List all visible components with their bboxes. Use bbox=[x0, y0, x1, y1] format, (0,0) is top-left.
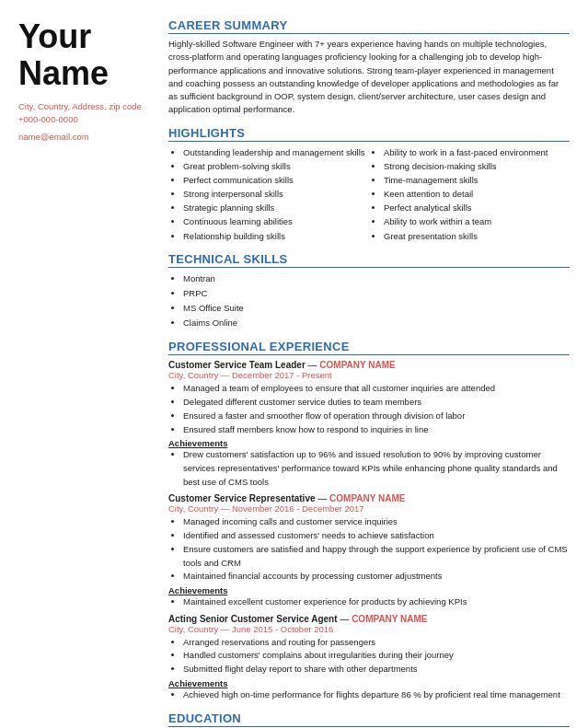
list-item: Time-management skills bbox=[384, 173, 570, 187]
technical-skills-list: MontranPRPCMS Office SuiteClaims Online bbox=[168, 272, 570, 331]
list-item: Submitted flight delay report to share w… bbox=[183, 663, 570, 676]
list-item: Montran bbox=[183, 272, 570, 286]
list-item: Relationship building skills bbox=[183, 229, 369, 243]
job-location-line: City, Country — June 2015 - October 2016 bbox=[168, 624, 570, 634]
list-item: Maintained excellent customer experience… bbox=[183, 595, 570, 609]
job-bullets: Managed a team of employees to ensure th… bbox=[168, 382, 570, 436]
last-name: Name bbox=[18, 55, 152, 92]
highlights-title: HIGHLIGHTS bbox=[168, 126, 570, 142]
company-name: COMPANY NAME bbox=[319, 360, 395, 370]
resume-page: Your Name City, Country, Address, zip co… bbox=[0, 0, 588, 728]
list-item: Ability to work in a fast-paced environm… bbox=[384, 145, 570, 159]
list-item: Strong decision-making skills bbox=[384, 159, 570, 173]
list-item: Strategic planning skills bbox=[183, 201, 369, 214]
highlights-left-col: Outstanding leadership and management sk… bbox=[168, 145, 369, 243]
list-item: Managed a team of employees to ensure th… bbox=[183, 382, 570, 396]
professional-experience-title: PROFESSIONAL EXPERIENCE bbox=[168, 340, 570, 355]
list-item: Perfect communication skills bbox=[183, 173, 369, 187]
job-entry: Customer Service Representative — COMPAN… bbox=[168, 493, 570, 608]
technical-skills-section: MontranPRPCMS Office SuiteClaims Online bbox=[168, 272, 570, 331]
highlights-right-list: Ability to work in a fast-paced environm… bbox=[369, 145, 570, 243]
job-bullets: Managed incoming calls and customer serv… bbox=[168, 515, 570, 584]
list-item: MS Office Suite bbox=[183, 301, 570, 316]
achievements-label: Achievements bbox=[168, 585, 570, 595]
list-item: Drew customers' satisfaction up to 96% a… bbox=[183, 448, 570, 489]
company-name: COMPANY NAME bbox=[352, 614, 427, 624]
contact-info: City, Country, Address, zip code +000-00… bbox=[18, 100, 152, 144]
list-item: Ensured a faster and smoother flow of op… bbox=[183, 410, 570, 423]
achievements-list: Maintained excellent customer experience… bbox=[168, 595, 570, 609]
list-item: Outstanding leadership and management sk… bbox=[183, 145, 369, 159]
list-item: PRPC bbox=[183, 286, 570, 301]
achievements-list: Achieved high on-time performance for fl… bbox=[168, 688, 570, 702]
job-title-line: Customer Service Representative — COMPAN… bbox=[168, 493, 570, 503]
list-item: Arranged reservations and routing for pa… bbox=[183, 636, 570, 650]
career-summary-text: Highly-skilled Software Engineer with 7+… bbox=[168, 38, 570, 117]
list-item: Great problem-solving skills bbox=[183, 159, 369, 173]
email: name@email.com bbox=[18, 131, 152, 144]
list-item: Great presentation skills bbox=[384, 229, 570, 243]
list-item: Maintained financial accounts by process… bbox=[183, 570, 570, 584]
phone: +000-000-0000 bbox=[18, 113, 152, 126]
right-column: CAREER SUMMARY Highly-skilled Software E… bbox=[161, 18, 570, 728]
first-name: Your bbox=[18, 18, 152, 55]
list-item: Ensured staff members know how to respon… bbox=[183, 423, 570, 437]
address: City, Country, Address, zip code bbox=[18, 100, 152, 113]
list-item: Claims Online bbox=[183, 316, 570, 330]
list-item: Ability to work within a team bbox=[384, 214, 570, 228]
job-entry: Acting Senior Customer Service Agent — C… bbox=[168, 614, 570, 702]
achievements-label: Achievements bbox=[168, 678, 570, 688]
list-item: Managed incoming calls and customer serv… bbox=[183, 515, 570, 529]
education-title: EDUCATION bbox=[168, 711, 570, 727]
job-bullets: Arranged reservations and routing for pa… bbox=[168, 636, 570, 676]
job-entry: Customer Service Team Leader — COMPANY N… bbox=[168, 360, 570, 489]
list-item: Strong interpersonal skills bbox=[183, 187, 369, 201]
highlights-grid: Outstanding leadership and management sk… bbox=[168, 145, 570, 243]
list-item: Achieved high on-time performance for fl… bbox=[183, 688, 570, 702]
achievements-label: Achievements bbox=[168, 438, 570, 448]
list-item: Delegated different customer service dut… bbox=[183, 396, 570, 410]
list-item: Keen attention to detail bbox=[384, 187, 570, 201]
achievements-list: Drew customers' satisfaction up to 96% a… bbox=[168, 448, 570, 489]
job-title-line: Acting Senior Customer Service Agent — C… bbox=[168, 614, 570, 624]
job-title-line: Customer Service Team Leader — COMPANY N… bbox=[168, 360, 570, 370]
list-item: Handled customers' complains about irreg… bbox=[183, 649, 570, 663]
highlights-left-list: Outstanding leadership and management sk… bbox=[168, 145, 369, 243]
name-block: Your Name bbox=[18, 18, 152, 91]
list-item: Ensure customers are satisfied and happy… bbox=[183, 543, 570, 570]
job-location-line: City, Country — December 2017 - Present bbox=[168, 370, 570, 380]
jobs-container: Customer Service Team Leader — COMPANY N… bbox=[168, 360, 570, 701]
highlights-right-col: Ability to work in a fast-paced environm… bbox=[369, 145, 570, 243]
list-item: Identified and assessed customers' needs… bbox=[183, 529, 570, 543]
list-item: Continuous learning abilities bbox=[183, 214, 369, 228]
company-name: COMPANY NAME bbox=[329, 493, 405, 503]
job-location-line: City, Country — November 2016 - December… bbox=[168, 503, 570, 514]
career-summary-title: CAREER SUMMARY bbox=[168, 18, 570, 34]
list-item: Perfect analytical skills bbox=[384, 201, 570, 214]
technical-skills-title: TECHNICAL SKILLS bbox=[168, 252, 570, 268]
left-column: Your Name City, Country, Address, zip co… bbox=[18, 18, 161, 728]
